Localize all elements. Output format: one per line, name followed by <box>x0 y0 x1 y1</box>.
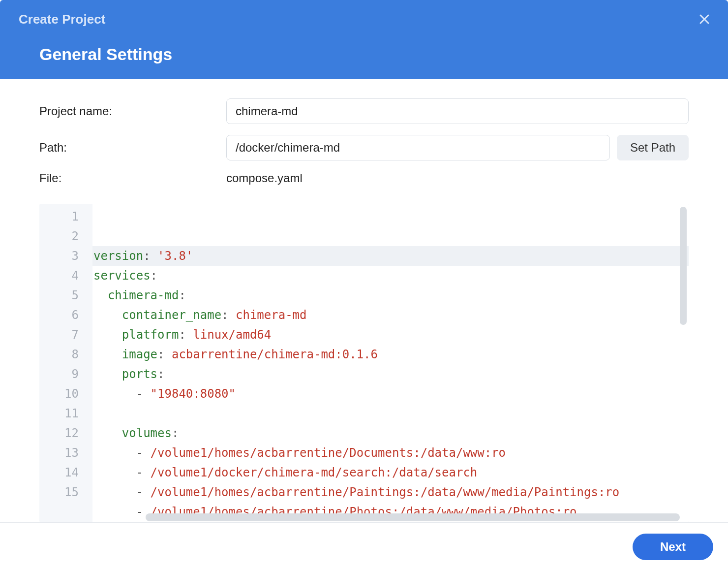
code-line[interactable]: version: '3.8' <box>92 246 689 266</box>
line-number: 10 <box>39 384 79 404</box>
line-number: 1 <box>39 207 79 226</box>
code-line[interactable]: - "19840:8080" <box>92 384 689 404</box>
path-row: Path: Set Path <box>39 135 689 160</box>
line-number: 7 <box>39 325 79 345</box>
file-value: compose.yaml <box>226 171 303 185</box>
set-path-button[interactable]: Set Path <box>617 135 689 160</box>
line-number: 12 <box>39 423 79 443</box>
line-number: 11 <box>39 404 79 423</box>
editor-code-area[interactable]: version: '3.8'services: chimera-md: cont… <box>92 204 689 522</box>
code-line[interactable]: chimera-md: <box>92 286 689 305</box>
line-number: 13 <box>39 443 79 463</box>
line-number: 15 <box>39 482 79 502</box>
code-line[interactable] <box>92 404 689 423</box>
line-number: 2 <box>39 226 79 246</box>
code-line[interactable]: - /volume1/docker/chimera-md/search:/dat… <box>92 463 689 482</box>
line-number: 5 <box>39 286 79 305</box>
dialog-header: Create Project General Settings <box>0 0 728 79</box>
dialog-title: Create Project <box>19 12 709 27</box>
code-line[interactable]: - /volume1/homes/acbarrentine/Paintings/… <box>92 522 689 522</box>
project-name-row: Project name: <box>39 98 689 124</box>
file-label: File: <box>39 171 226 185</box>
code-line[interactable]: image: acbarrentine/chimera-md:0.1.6 <box>92 345 689 364</box>
next-button[interactable]: Next <box>633 534 713 560</box>
dialog-body: Project name: Path: Set Path File: compo… <box>0 79 728 522</box>
line-number: 8 <box>39 345 79 364</box>
project-name-label: Project name: <box>39 104 226 118</box>
code-line[interactable]: platform: linux/amd64 <box>92 325 689 345</box>
editor-vertical-scrollbar[interactable] <box>680 207 687 325</box>
code-line[interactable]: volumes: <box>92 423 689 443</box>
yaml-editor[interactable]: 123456789101112131415 version: '3.8'serv… <box>39 204 689 522</box>
line-number: 4 <box>39 266 79 286</box>
create-project-dialog: Create Project General Settings Project … <box>0 0 728 571</box>
line-number: 14 <box>39 463 79 482</box>
line-number: 6 <box>39 305 79 325</box>
project-name-input[interactable] <box>226 98 689 124</box>
code-line[interactable]: ports: <box>92 364 689 384</box>
line-number: 3 <box>39 246 79 266</box>
code-line[interactable]: - /volume1/homes/acbarrentine/Paintings:… <box>92 482 689 502</box>
path-label: Path: <box>39 141 226 155</box>
section-title: General Settings <box>19 45 709 64</box>
code-line[interactable]: services: <box>92 266 689 286</box>
code-line[interactable]: - /volume1/homes/acbarrentine/Documents:… <box>92 443 689 463</box>
dialog-footer: Next <box>0 522 728 571</box>
close-icon <box>698 13 710 27</box>
line-number: 9 <box>39 364 79 384</box>
code-line[interactable]: container_name: chimera-md <box>92 305 689 325</box>
close-button[interactable] <box>696 11 713 29</box>
path-input[interactable] <box>226 135 610 160</box>
file-row: File: compose.yaml <box>39 171 689 185</box>
editor-gutter: 123456789101112131415 <box>39 204 92 522</box>
editor-horizontal-scrollbar[interactable] <box>146 513 680 521</box>
